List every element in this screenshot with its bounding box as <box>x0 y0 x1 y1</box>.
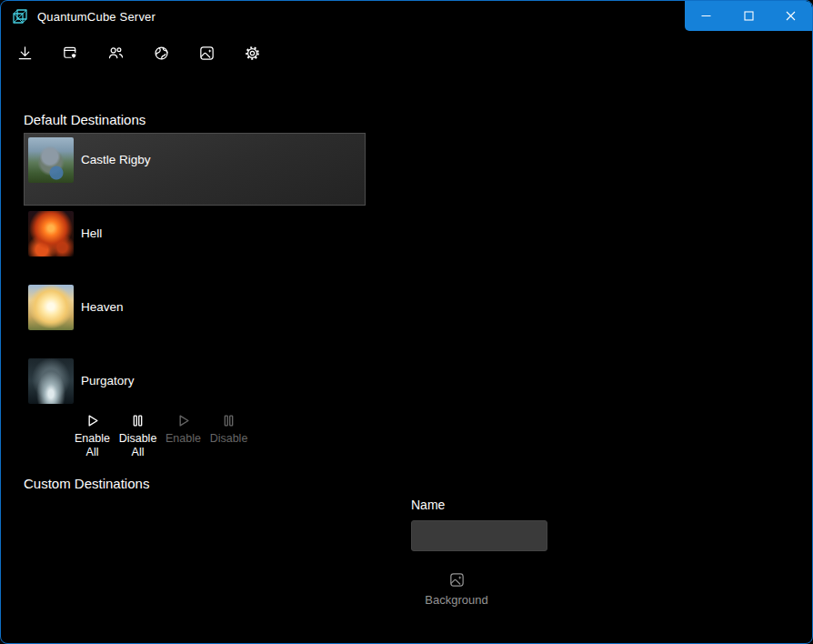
enable-button[interactable]: Enable <box>162 412 205 459</box>
image-icon <box>198 45 216 62</box>
name-input[interactable] <box>411 520 547 551</box>
destination-thumbnail <box>28 285 74 330</box>
users-icon <box>107 45 125 62</box>
play-icon <box>84 412 101 429</box>
app-window: QuantumCube Server <box>0 0 813 644</box>
server-admin-button[interactable] <box>52 37 88 68</box>
gear-icon <box>244 45 261 62</box>
default-destinations-heading: Default Destinations <box>24 112 146 127</box>
destination-thumbnail <box>28 137 74 183</box>
world-button[interactable] <box>143 37 179 68</box>
destination-name: Heaven <box>81 285 124 330</box>
titlebar[interactable]: QuantumCube Server <box>1 1 812 32</box>
window-shield-icon <box>62 45 79 62</box>
download-icon <box>16 45 34 62</box>
pause-icon <box>129 412 146 429</box>
play-icon <box>175 412 192 429</box>
players-button[interactable] <box>97 37 134 68</box>
list-item-hell[interactable]: Hell <box>24 206 366 279</box>
settings-button[interactable] <box>234 37 270 68</box>
globe-icon <box>153 45 170 62</box>
window-controls <box>685 1 812 31</box>
disable-button[interactable]: Disable <box>207 412 250 459</box>
images-button[interactable] <box>188 37 225 68</box>
close-button[interactable] <box>769 1 812 31</box>
maximize-button[interactable] <box>728 1 770 31</box>
image-icon <box>448 571 466 589</box>
default-destinations-list: Castle Rigby Hell Heaven Purgatory <box>24 133 366 428</box>
destination-name: Castle Rigby <box>81 137 151 183</box>
disable-all-button[interactable]: DisableAll <box>116 412 159 459</box>
app-logo-cube-icon <box>10 6 30 26</box>
minimize-button[interactable] <box>685 1 728 31</box>
destination-thumbnail <box>28 358 74 404</box>
destination-actions: EnableAll DisableAll Enable Disable <box>71 412 253 459</box>
list-item-heaven[interactable]: Heaven <box>24 280 366 353</box>
background-button[interactable]: Background <box>402 571 511 607</box>
name-field-label: Name <box>411 498 445 512</box>
enable-all-button[interactable]: EnableAll <box>71 412 114 459</box>
destination-name: Purgatory <box>81 358 135 404</box>
pause-icon <box>220 412 237 429</box>
download-button[interactable] <box>6 37 43 68</box>
destination-thumbnail <box>28 211 74 257</box>
destination-name: Hell <box>81 211 102 257</box>
toolbar <box>6 37 279 68</box>
window-title: QuantumCube Server <box>37 10 156 24</box>
background-button-label: Background <box>425 593 487 607</box>
list-item-castle-rigby[interactable]: Castle Rigby <box>24 133 366 206</box>
custom-destinations-heading: Custom Destinations <box>24 476 149 491</box>
